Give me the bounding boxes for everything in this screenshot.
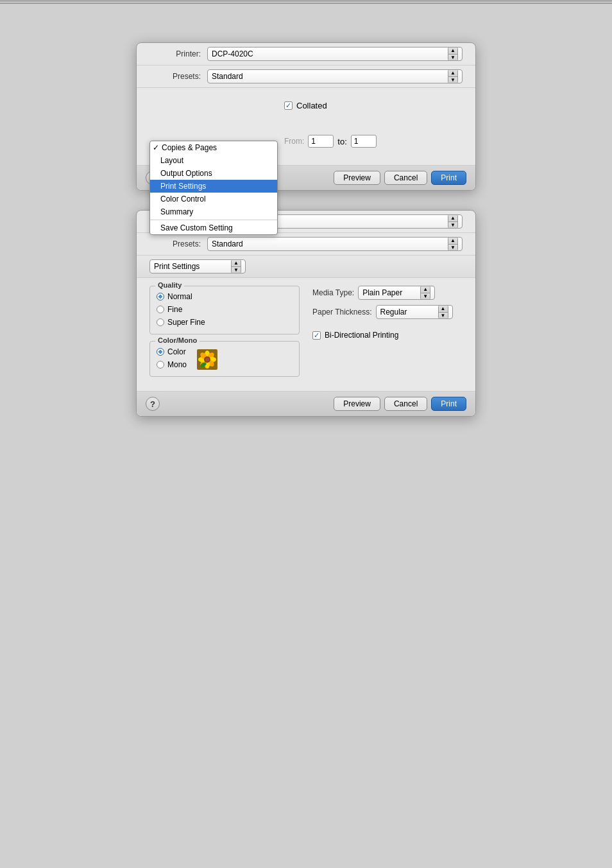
color-sample-image bbox=[197, 349, 217, 370]
media-type-label: Media Type: bbox=[312, 288, 354, 297]
bi-directional-label: Bi-Directional Printing bbox=[325, 331, 398, 340]
printer-stepper-down[interactable]: ▼ bbox=[448, 55, 457, 61]
quality-superfine-row: Super Fine bbox=[157, 316, 293, 329]
quality-normal-row: Normal bbox=[157, 290, 293, 303]
media-type-select[interactable]: Plain Paper ▲ ▼ bbox=[358, 286, 435, 300]
section-select-text: Print Settings bbox=[154, 262, 228, 271]
presets-label: Presets: bbox=[149, 72, 201, 81]
svg-point-10 bbox=[205, 358, 209, 361]
cancel-button-2[interactable]: Cancel bbox=[384, 397, 427, 411]
section-select-row: Print Settings ▲ ▼ bbox=[137, 256, 475, 278]
paper-thickness-stepper[interactable]: ▲ ▼ bbox=[438, 305, 448, 319]
quality-fine-label: Fine bbox=[167, 305, 182, 314]
dropdown-item-output-options[interactable]: Output Options bbox=[150, 167, 277, 180]
print-dialog-2: Printer: DCP-4020C ▲ ▼ Presets: Standard… bbox=[136, 210, 476, 417]
help-button-2[interactable]: ? bbox=[146, 397, 160, 411]
color-color-label: Color bbox=[167, 347, 186, 356]
media-type-stepper-up[interactable]: ▲ bbox=[421, 286, 430, 293]
quality-superfine-radio[interactable] bbox=[157, 318, 164, 326]
presets-stepper[interactable]: ▲ ▼ bbox=[448, 69, 458, 83]
paper-thickness-value: Regular bbox=[380, 308, 436, 317]
section-select-box[interactable]: Print Settings ▲ ▼ bbox=[149, 259, 246, 273]
presets-row: Presets: Standard ▲ ▼ bbox=[137, 65, 475, 88]
printer-label: Printer: bbox=[149, 49, 201, 58]
presets-value-2: Standard bbox=[212, 239, 445, 248]
dropdown-item-print-settings[interactable]: Print Settings bbox=[150, 180, 277, 193]
section-dropdown[interactable]: Copies & Pages Layout Output Options Pri… bbox=[149, 141, 278, 235]
left-panel: Quality Normal Fine Super Fine bbox=[149, 286, 300, 383]
printer-stepper[interactable]: ▲ ▼ bbox=[448, 47, 458, 61]
quality-normal-label: Normal bbox=[167, 292, 192, 301]
printer-stepper-2[interactable]: ▲ ▼ bbox=[448, 214, 458, 229]
media-type-stepper[interactable]: ▲ ▼ bbox=[420, 286, 430, 300]
print-dialog-1: Printer: DCP-4020C ▲ ▼ Presets: Standard… bbox=[136, 42, 476, 191]
bi-directional-checkbox[interactable]: ✓ bbox=[312, 331, 321, 340]
dropdown-item-color-control[interactable]: Color Control bbox=[150, 193, 277, 205]
dropdown-separator bbox=[150, 220, 277, 220]
paper-thickness-label: Paper Thickness: bbox=[312, 308, 372, 317]
section-stepper-up[interactable]: ▲ bbox=[232, 260, 241, 267]
quality-group-title: Quality bbox=[155, 281, 184, 289]
presets-value: Standard bbox=[212, 72, 445, 81]
dropdown-item-layout[interactable]: Layout bbox=[150, 154, 277, 167]
collated-checkbox[interactable]: ✓ bbox=[284, 101, 293, 110]
color-color-row: Color bbox=[157, 345, 187, 358]
right-panel: Media Type: Plain Paper ▲ ▼ Paper Thickn… bbox=[312, 286, 463, 383]
paper-thickness-stepper-up[interactable]: ▲ bbox=[439, 306, 448, 313]
right-content-area: ✓ Collated From: to: bbox=[284, 94, 463, 159]
color-group-title: Color/Mono bbox=[155, 336, 200, 344]
dialog-container: Printer: DCP-4020C ▲ ▼ Presets: Standard… bbox=[0, 42, 612, 417]
printer-select[interactable]: DCP-4020C ▲ ▼ bbox=[207, 47, 463, 61]
content-area-dropdown: Copies & Pages Layout Output Options Pri… bbox=[137, 88, 475, 165]
dropdown-item-save-custom[interactable]: Save Custom Setting bbox=[150, 221, 277, 234]
preview-button-1[interactable]: Preview bbox=[334, 171, 380, 185]
cancel-button-1[interactable]: Cancel bbox=[384, 171, 427, 185]
printer-stepper-up-2[interactable]: ▲ bbox=[448, 215, 457, 222]
presets-select[interactable]: Standard ▲ ▼ bbox=[207, 69, 463, 83]
to-label: to: bbox=[337, 137, 346, 146]
to-input[interactable] bbox=[351, 135, 377, 148]
quality-normal-radio[interactable] bbox=[157, 293, 164, 300]
print-button-2[interactable]: Print bbox=[431, 397, 466, 411]
collated-label: Collated bbox=[296, 101, 327, 110]
top-separator-bar bbox=[0, 0, 612, 4]
presets-stepper-2[interactable]: ▲ ▼ bbox=[448, 237, 458, 251]
printer-value: DCP-4020C bbox=[212, 49, 445, 58]
from-input[interactable] bbox=[308, 135, 334, 148]
paper-thickness-select[interactable]: Regular ▲ ▼ bbox=[376, 305, 453, 319]
presets-label-2: Presets: bbox=[149, 239, 201, 248]
media-type-value: Plain Paper bbox=[362, 288, 418, 297]
presets-stepper-down-2[interactable]: ▼ bbox=[448, 245, 457, 251]
color-mono-radio[interactable] bbox=[157, 361, 164, 369]
dropdown-item-summary[interactable]: Summary bbox=[150, 205, 277, 218]
media-type-row: Media Type: Plain Paper ▲ ▼ bbox=[312, 286, 463, 300]
quality-fine-row: Fine bbox=[157, 303, 293, 316]
presets-stepper-up-2[interactable]: ▲ bbox=[448, 238, 457, 245]
bi-directional-row: ✓ Bi-Directional Printing bbox=[312, 331, 463, 340]
quality-fine-radio[interactable] bbox=[157, 306, 164, 313]
color-mono-row: Mono bbox=[157, 358, 187, 371]
section-stepper-down[interactable]: ▼ bbox=[232, 267, 241, 273]
presets-stepper-up[interactable]: ▲ bbox=[448, 70, 457, 77]
color-group: Color/Mono Color Mono bbox=[149, 341, 300, 377]
settings-content: Quality Normal Fine Super Fine bbox=[137, 278, 475, 391]
printer-stepper-down-2[interactable]: ▼ bbox=[448, 222, 457, 229]
section-stepper[interactable]: ▲ ▼ bbox=[231, 259, 241, 273]
media-type-stepper-down[interactable]: ▼ bbox=[421, 293, 430, 300]
print-button-1[interactable]: Print bbox=[431, 171, 466, 185]
preview-button-2[interactable]: Preview bbox=[334, 397, 380, 411]
dropdown-item-copies-pages[interactable]: Copies & Pages bbox=[150, 141, 277, 154]
paper-thickness-row: Paper Thickness: Regular ▲ ▼ bbox=[312, 305, 463, 319]
pages-from-row: From: to: bbox=[284, 135, 463, 148]
presets-row-2: Presets: Standard ▲ ▼ bbox=[137, 233, 475, 256]
printer-stepper-up[interactable]: ▲ bbox=[448, 48, 457, 55]
presets-select-2[interactable]: Standard ▲ ▼ bbox=[207, 237, 463, 251]
presets-stepper-down[interactable]: ▼ bbox=[448, 77, 457, 83]
dialog2-footer: ? Preview Cancel Print bbox=[137, 391, 475, 416]
quality-group: Quality Normal Fine Super Fine bbox=[149, 286, 300, 334]
from-label: From: bbox=[284, 137, 304, 146]
color-color-radio[interactable] bbox=[157, 348, 164, 356]
printer-row: Printer: DCP-4020C ▲ ▼ bbox=[137, 43, 475, 65]
collated-row: ✓ Collated bbox=[284, 101, 463, 110]
paper-thickness-stepper-down[interactable]: ▼ bbox=[439, 313, 448, 319]
